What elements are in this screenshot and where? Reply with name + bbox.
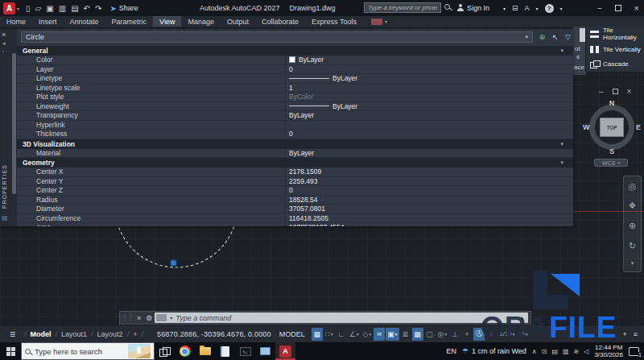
ribbon-tab-manage[interactable]: Manage (181, 16, 221, 27)
search-icon[interactable] (444, 4, 450, 10)
ribbon-tab-express-tools[interactable]: Express Tools (305, 16, 363, 27)
taskbar-clock[interactable]: 12:44 PM 3/30/2026 (594, 344, 623, 358)
search-highlight-image[interactable] (128, 344, 151, 358)
tray-icon-0[interactable]: ∧ (532, 348, 537, 355)
weather-widget[interactable]: ☂ 1 cm of rain Wed (462, 347, 526, 355)
property-value[interactable]: ByLayer (286, 74, 573, 83)
autocad-app-icon[interactable]: A (3, 2, 15, 14)
property-value[interactable]: 37057.0801 (286, 205, 573, 213)
ribbon-tab-view[interactable]: View (153, 16, 181, 27)
tray-icon-4[interactable]: ≋ (574, 348, 580, 355)
3d-object-snap-icon[interactable]: ◎▾ (436, 328, 449, 341)
menu-item-tile-vertically[interactable]: Tile Vertically (586, 42, 644, 57)
command-customize-icon[interactable]: ⚙ (143, 314, 155, 322)
compass-south[interactable]: S (609, 147, 614, 155)
open-file-icon[interactable]: ▱ (35, 4, 42, 13)
workspace-switch-icon[interactable] (371, 19, 382, 25)
notepad-button[interactable] (215, 342, 235, 360)
sign-in-button[interactable]: Sign In (467, 0, 489, 16)
ribbon-tab-collaborate[interactable]: Collaborate (255, 16, 305, 27)
viewcube-top-face[interactable]: TOP (600, 118, 624, 137)
chevron-down-icon[interactable]: ▾ (560, 141, 564, 147)
command-drag-handle[interactable]: ⋮⋮ (120, 314, 134, 321)
orbit-icon[interactable]: ↻ (629, 241, 636, 251)
windows-search-input[interactable]: Type here to search (21, 342, 155, 360)
drawing-close-button[interactable]: × (627, 87, 632, 96)
property-value[interactable]: 1 (286, 84, 573, 93)
palette-close-icon[interactable]: × (2, 31, 6, 39)
tray-icon-3[interactable]: ▥ (563, 348, 569, 355)
chevron-down-icon[interactable]: ▾ (503, 6, 506, 11)
close-button[interactable]: × (634, 3, 639, 13)
command-recent-icon[interactable] (156, 314, 167, 321)
lineweight-display-icon[interactable]: ≣ (400, 328, 411, 341)
ribbon-tab-annotate[interactable]: Annotate (64, 16, 105, 27)
ribbon-tab-home[interactable]: Home (0, 16, 32, 27)
drawing-restore-button[interactable] (613, 89, 618, 94)
scrollbar-thumb[interactable] (12, 53, 16, 194)
redo-icon[interactable]: ↷ (95, 4, 101, 13)
select-objects-icon[interactable]: ↖ (550, 31, 560, 42)
share-icon[interactable]: ➤ (109, 4, 116, 13)
navbar-more-icon[interactable]: ▾ (631, 260, 634, 267)
command-input[interactable]: ▾ Type a command ▲ (155, 312, 528, 323)
property-value[interactable]: 2259.493 (286, 177, 573, 186)
new-layout-button[interactable]: + (130, 330, 140, 338)
polar-tracking-icon[interactable]: ∠▾ (348, 328, 361, 341)
property-value[interactable]: 1078520107.4554 (286, 223, 573, 226)
property-value[interactable]: 0 (286, 186, 573, 195)
help-search-input[interactable]: Type a keyword or phrase (364, 2, 441, 13)
transparency-icon[interactable]: ▩ (412, 328, 423, 341)
layout-tab-model[interactable]: Model (27, 330, 55, 338)
dynamic-input-icon[interactable]: + (461, 328, 473, 341)
palette-autohide-icon[interactable]: ◂ (2, 40, 6, 47)
space-label[interactable]: MODEL (279, 330, 305, 338)
start-button[interactable] (0, 342, 21, 360)
property-value[interactable]: ByColor (286, 93, 573, 101)
object-snap-tracking-icon[interactable]: ≍ (374, 328, 385, 341)
compass-north[interactable]: N (609, 99, 615, 107)
view-cube[interactable]: N S W E TOP (583, 98, 641, 156)
dynamic-ucs-icon[interactable]: ⊥ (449, 328, 460, 341)
grid-display-icon[interactable]: ▦ (312, 328, 323, 341)
chevron-down-icon[interactable]: ▾ (536, 6, 539, 11)
ucs-dropdown[interactable]: WCS ▾ (594, 159, 628, 167)
quick-select-icon[interactable]: ▽ (563, 31, 573, 42)
property-value[interactable]: 2176.1509 (286, 168, 573, 176)
minimize-button[interactable]: – (598, 4, 602, 12)
menu-item-tile-horizontally[interactable]: Tile Horizontally (586, 27, 644, 42)
layout-tab-layout2[interactable]: Layout2 (94, 330, 126, 338)
compass-west[interactable]: W (583, 123, 590, 131)
autocad-taskbar-button[interactable]: A (275, 342, 295, 360)
layout-menu-icon[interactable]: ≡ (10, 329, 15, 340)
snap-mode-icon[interactable]: ∷▾ (324, 328, 335, 341)
customization-menu-icon[interactable]: ≡ (634, 330, 638, 338)
object-snap-icon[interactable]: ▣▾ (386, 328, 398, 341)
help-icon[interactable]: ? (545, 4, 554, 13)
section-header-general[interactable]: General▾ (17, 46, 573, 56)
layout-tab-layout1[interactable]: Layout1 (58, 330, 90, 338)
compass-east[interactable]: E (636, 123, 641, 131)
chevron-down-icon[interactable]: ▾ (17, 6, 19, 11)
command-line[interactable]: ⋮⋮ × ⚙ ▾ Type a command ▲ (119, 311, 531, 325)
property-value[interactable]: ByLayer (286, 102, 573, 111)
file-explorer-button[interactable] (195, 342, 215, 360)
terminal-button[interactable]: ›_ (235, 342, 255, 360)
property-value[interactable]: ByLayer (286, 149, 573, 158)
tray-icon-5[interactable]: ◁ (584, 348, 588, 355)
my-computer-button[interactable] (255, 342, 275, 360)
ribbon-tab-output[interactable]: Output (221, 16, 255, 27)
ortho-mode-icon[interactable]: ∟ (336, 328, 347, 341)
undo-icon[interactable]: ↶ (84, 4, 90, 13)
object-type-dropdown[interactable]: Circle ▾ (21, 31, 533, 43)
save-icon[interactable]: ▣ (46, 4, 53, 13)
menu-item-cascade[interactable]: Cascade (586, 56, 644, 72)
navigation-wheel-icon[interactable]: ◎ (629, 181, 637, 192)
tray-icon-2[interactable]: ▤ (551, 348, 558, 355)
section-header-geometry[interactable]: Geometry▾ (17, 158, 573, 168)
palette-scrollbar[interactable] (10, 29, 17, 226)
chevron-down-icon[interactable]: ▾ (385, 19, 387, 24)
property-value[interactable]: ByLayer (286, 56, 573, 64)
chevron-down-icon[interactable]: ▾ (560, 159, 564, 166)
share-label[interactable]: Share (119, 4, 138, 12)
